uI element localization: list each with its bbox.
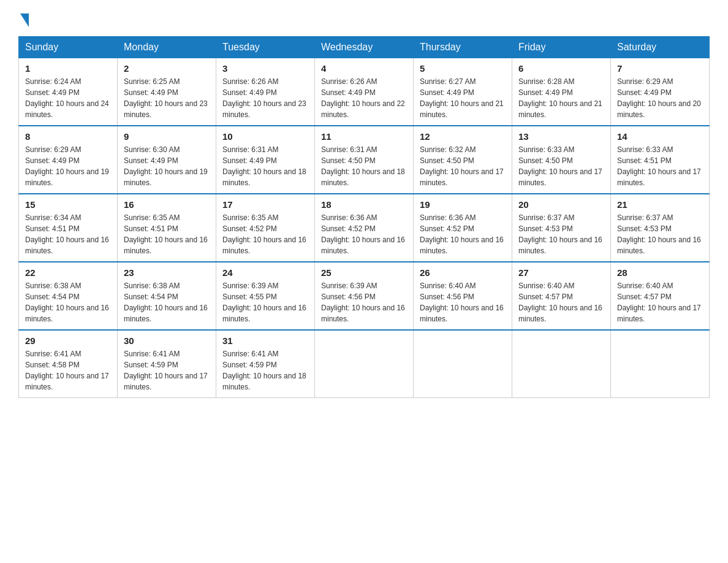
day-info: Sunrise: 6:28 AMSunset: 4:49 PMDaylight:… — [518, 76, 604, 120]
day-number: 15 — [25, 199, 111, 210]
calendar-cell: 1Sunrise: 6:24 AMSunset: 4:49 PMDaylight… — [19, 58, 118, 126]
day-info: Sunrise: 6:32 AMSunset: 4:50 PMDaylight:… — [420, 144, 506, 188]
day-info: Sunrise: 6:30 AMSunset: 4:49 PMDaylight:… — [124, 144, 210, 188]
day-number: 24 — [222, 267, 308, 278]
day-info: Sunrise: 6:40 AMSunset: 4:57 PMDaylight:… — [617, 280, 703, 324]
day-number: 28 — [617, 267, 703, 278]
day-info: Sunrise: 6:38 AMSunset: 4:54 PMDaylight:… — [25, 280, 111, 324]
day-info: Sunrise: 6:39 AMSunset: 4:56 PMDaylight:… — [321, 280, 407, 324]
calendar-cell: 10Sunrise: 6:31 AMSunset: 4:49 PMDayligh… — [216, 126, 315, 194]
calendar-cell: 13Sunrise: 6:33 AMSunset: 4:50 PMDayligh… — [512, 126, 611, 194]
calendar-cell — [414, 330, 512, 398]
calendar-cell — [512, 330, 611, 398]
logo-arrow-icon — [20, 13, 29, 27]
calendar-cell: 9Sunrise: 6:30 AMSunset: 4:49 PMDaylight… — [118, 126, 216, 194]
day-number: 31 — [222, 335, 308, 346]
calendar-cell: 27Sunrise: 6:40 AMSunset: 4:57 PMDayligh… — [512, 262, 611, 330]
calendar-cell: 8Sunrise: 6:29 AMSunset: 4:49 PMDaylight… — [19, 126, 118, 194]
calendar-body: 1Sunrise: 6:24 AMSunset: 4:49 PMDaylight… — [19, 58, 710, 398]
calendar-cell: 3Sunrise: 6:26 AMSunset: 4:49 PMDaylight… — [216, 58, 315, 126]
day-number: 7 — [617, 63, 703, 74]
calendar-cell: 14Sunrise: 6:33 AMSunset: 4:51 PMDayligh… — [611, 126, 710, 194]
day-number: 1 — [25, 63, 111, 74]
day-info: Sunrise: 6:37 AMSunset: 4:53 PMDaylight:… — [518, 212, 604, 256]
logo — [18, 12, 29, 27]
weekday-header-friday: Friday — [512, 37, 611, 58]
day-info: Sunrise: 6:38 AMSunset: 4:54 PMDaylight:… — [124, 280, 210, 324]
day-number: 16 — [124, 199, 210, 210]
day-number: 13 — [518, 131, 604, 142]
day-info: Sunrise: 6:36 AMSunset: 4:52 PMDaylight:… — [420, 212, 506, 256]
calendar-cell: 30Sunrise: 6:41 AMSunset: 4:59 PMDayligh… — [118, 330, 216, 398]
calendar-cell: 17Sunrise: 6:35 AMSunset: 4:52 PMDayligh… — [216, 194, 315, 262]
calendar-cell: 2Sunrise: 6:25 AMSunset: 4:49 PMDaylight… — [118, 58, 216, 126]
day-number: 18 — [321, 199, 407, 210]
day-number: 14 — [617, 131, 703, 142]
day-number: 17 — [222, 199, 308, 210]
weekday-header-sunday: Sunday — [19, 37, 118, 58]
calendar-cell: 22Sunrise: 6:38 AMSunset: 4:54 PMDayligh… — [19, 262, 118, 330]
calendar-table: SundayMondayTuesdayWednesdayThursdayFrid… — [18, 36, 710, 398]
day-info: Sunrise: 6:40 AMSunset: 4:56 PMDaylight:… — [420, 280, 506, 324]
calendar-cell: 16Sunrise: 6:35 AMSunset: 4:51 PMDayligh… — [118, 194, 216, 262]
day-info: Sunrise: 6:36 AMSunset: 4:52 PMDaylight:… — [321, 212, 407, 256]
day-info: Sunrise: 6:35 AMSunset: 4:51 PMDaylight:… — [124, 212, 210, 256]
calendar-cell: 25Sunrise: 6:39 AMSunset: 4:56 PMDayligh… — [315, 262, 414, 330]
day-info: Sunrise: 6:39 AMSunset: 4:55 PMDaylight:… — [222, 280, 308, 324]
day-number: 9 — [124, 131, 210, 142]
day-number: 5 — [420, 63, 506, 74]
day-number: 29 — [25, 335, 111, 346]
day-info: Sunrise: 6:27 AMSunset: 4:49 PMDaylight:… — [420, 76, 506, 120]
day-number: 21 — [617, 199, 703, 210]
day-number: 11 — [321, 131, 407, 142]
weekday-header-wednesday: Wednesday — [315, 37, 414, 58]
calendar-cell: 4Sunrise: 6:26 AMSunset: 4:49 PMDaylight… — [315, 58, 414, 126]
calendar-cell: 15Sunrise: 6:34 AMSunset: 4:51 PMDayligh… — [19, 194, 118, 262]
calendar-cell — [315, 330, 414, 398]
day-number: 8 — [25, 131, 111, 142]
day-info: Sunrise: 6:40 AMSunset: 4:57 PMDaylight:… — [518, 280, 604, 324]
calendar-cell: 19Sunrise: 6:36 AMSunset: 4:52 PMDayligh… — [414, 194, 512, 262]
day-number: 30 — [124, 335, 210, 346]
calendar-cell: 5Sunrise: 6:27 AMSunset: 4:49 PMDaylight… — [414, 58, 512, 126]
weekday-header-tuesday: Tuesday — [216, 37, 315, 58]
day-number: 3 — [222, 63, 308, 74]
calendar-cell: 11Sunrise: 6:31 AMSunset: 4:50 PMDayligh… — [315, 126, 414, 194]
weekday-header-row: SundayMondayTuesdayWednesdayThursdayFrid… — [19, 37, 710, 58]
day-number: 27 — [518, 267, 604, 278]
calendar-cell: 31Sunrise: 6:41 AMSunset: 4:59 PMDayligh… — [216, 330, 315, 398]
day-number: 23 — [124, 267, 210, 278]
calendar-week-1: 1Sunrise: 6:24 AMSunset: 4:49 PMDaylight… — [19, 58, 710, 126]
calendar-cell: 26Sunrise: 6:40 AMSunset: 4:56 PMDayligh… — [414, 262, 512, 330]
day-number: 6 — [518, 63, 604, 74]
day-number: 4 — [321, 63, 407, 74]
calendar-cell: 28Sunrise: 6:40 AMSunset: 4:57 PMDayligh… — [611, 262, 710, 330]
day-info: Sunrise: 6:25 AMSunset: 4:49 PMDaylight:… — [124, 76, 210, 120]
weekday-header-monday: Monday — [118, 37, 216, 58]
day-info: Sunrise: 6:29 AMSunset: 4:49 PMDaylight:… — [25, 144, 111, 188]
day-info: Sunrise: 6:26 AMSunset: 4:49 PMDaylight:… — [222, 76, 308, 120]
day-info: Sunrise: 6:24 AMSunset: 4:49 PMDaylight:… — [25, 76, 111, 120]
calendar-week-5: 29Sunrise: 6:41 AMSunset: 4:58 PMDayligh… — [19, 330, 710, 398]
calendar-week-3: 15Sunrise: 6:34 AMSunset: 4:51 PMDayligh… — [19, 194, 710, 262]
day-info: Sunrise: 6:26 AMSunset: 4:49 PMDaylight:… — [321, 76, 407, 120]
day-number: 19 — [420, 199, 506, 210]
calendar-cell: 29Sunrise: 6:41 AMSunset: 4:58 PMDayligh… — [19, 330, 118, 398]
calendar-cell: 24Sunrise: 6:39 AMSunset: 4:55 PMDayligh… — [216, 262, 315, 330]
day-info: Sunrise: 6:37 AMSunset: 4:53 PMDaylight:… — [617, 212, 703, 256]
day-number: 26 — [420, 267, 506, 278]
calendar-cell: 21Sunrise: 6:37 AMSunset: 4:53 PMDayligh… — [611, 194, 710, 262]
calendar-week-2: 8Sunrise: 6:29 AMSunset: 4:49 PMDaylight… — [19, 126, 710, 194]
day-number: 20 — [518, 199, 604, 210]
day-number: 2 — [124, 63, 210, 74]
page-header — [18, 12, 710, 27]
calendar-cell: 6Sunrise: 6:28 AMSunset: 4:49 PMDaylight… — [512, 58, 611, 126]
calendar-cell — [611, 330, 710, 398]
calendar-cell: 7Sunrise: 6:29 AMSunset: 4:49 PMDaylight… — [611, 58, 710, 126]
weekday-header-saturday: Saturday — [611, 37, 710, 58]
calendar-cell: 20Sunrise: 6:37 AMSunset: 4:53 PMDayligh… — [512, 194, 611, 262]
day-info: Sunrise: 6:41 AMSunset: 4:58 PMDaylight:… — [25, 348, 111, 393]
day-info: Sunrise: 6:33 AMSunset: 4:50 PMDaylight:… — [518, 144, 604, 188]
calendar-cell: 23Sunrise: 6:38 AMSunset: 4:54 PMDayligh… — [118, 262, 216, 330]
day-info: Sunrise: 6:41 AMSunset: 4:59 PMDaylight:… — [222, 348, 308, 393]
